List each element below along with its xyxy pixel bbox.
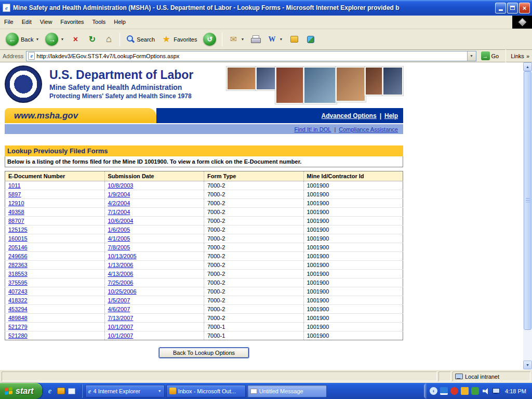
menu-item[interactable]: View: [36, 16, 57, 29]
taskbar-button-internet-explorer-group[interactable]: e 4 Internet Explorer ▼: [85, 385, 165, 397]
security-zone-pane[interactable]: Local intranet: [453, 371, 530, 381]
submission-date-link[interactable]: 10/8/2003: [108, 182, 134, 189]
submission-date-link[interactable]: 1/5/2007: [108, 297, 130, 303]
submission-date-link[interactable]: 4/1/2005: [108, 235, 130, 242]
edoc-link[interactable]: 1011: [8, 182, 21, 189]
submission-date-link[interactable]: 10/6/2004: [108, 218, 134, 224]
address-dropdown-button[interactable]: ▼: [467, 51, 476, 61]
col-header-edoc: E-Document Number: [5, 171, 105, 181]
help-link[interactable]: Help: [384, 112, 398, 119]
edit-dropdown-icon[interactable]: ▼: [279, 37, 283, 41]
back-button[interactable]: ← Back ▼: [3, 31, 42, 47]
window-titlebar[interactable]: e Mine Safety and Health Administration …: [0, 0, 532, 16]
mail-button[interactable]: ✉ ▼: [225, 33, 247, 46]
discuss-button[interactable]: [286, 33, 302, 46]
home-button[interactable]: ⌂: [101, 33, 116, 46]
tray-language-icon[interactable]: [440, 387, 448, 395]
tray-outlook-reminder-icon[interactable]: [461, 387, 469, 395]
find-it-in-dol-link[interactable]: Find It! in DOL: [294, 126, 331, 132]
mail-dropdown-icon[interactable]: ▼: [241, 37, 244, 41]
submission-date-link[interactable]: 10/1/2007: [108, 324, 134, 330]
search-button[interactable]: Search: [123, 33, 157, 45]
print-button[interactable]: [248, 34, 263, 45]
edoc-link[interactable]: 282363: [8, 262, 28, 268]
submission-date-link[interactable]: 7/1/2004: [108, 209, 130, 215]
edoc-link[interactable]: 407243: [8, 288, 28, 295]
menu-item[interactable]: Help: [110, 16, 130, 29]
taskbar-button-outlook-inbox[interactable]: Inbox - Microsoft Out...: [166, 385, 246, 397]
history-button[interactable]: ↺: [201, 31, 219, 47]
quick-launch-show-desktop-icon[interactable]: [68, 387, 76, 395]
menu-item[interactable]: Tools: [88, 16, 110, 29]
quick-launch-ie-icon[interactable]: e: [46, 387, 55, 395]
table-row: 407243 10/25/2006 7000-2 1001900: [5, 287, 403, 296]
tray-security-icon[interactable]: [471, 387, 479, 395]
edoc-link[interactable]: 249656: [8, 253, 28, 259]
refresh-button[interactable]: ↻: [84, 33, 100, 46]
favorites-button[interactable]: ★ Favorites: [158, 33, 200, 46]
back-to-lookup-options-button[interactable]: Back To Lookup Options: [159, 348, 249, 358]
submission-date-link[interactable]: 10/13/2005: [108, 253, 137, 259]
edoc-link[interactable]: 205146: [8, 244, 28, 250]
minimize-button[interactable]: [495, 3, 506, 14]
edoc-link[interactable]: 521280: [8, 332, 28, 339]
clock[interactable]: 4:18 PM: [502, 388, 531, 394]
maximize-button[interactable]: [507, 3, 518, 14]
form-type-cell: 7000-2: [204, 225, 304, 234]
scrollbar-thumb[interactable]: [524, 71, 531, 330]
menu-item[interactable]: Edit: [18, 16, 36, 29]
messenger-button[interactable]: [303, 33, 318, 46]
start-button[interactable]: start: [0, 383, 42, 399]
msha-gov-tab[interactable]: www.msha.gov: [5, 108, 156, 123]
edoc-link[interactable]: 160015: [8, 235, 28, 242]
vertical-scrollbar[interactable]: ▲ ▼: [523, 62, 532, 369]
compliance-assistance-link[interactable]: Compliance Assistance: [339, 126, 398, 132]
group-dropdown-icon[interactable]: ▼: [158, 389, 162, 393]
scroll-up-button[interactable]: ▲: [523, 62, 532, 71]
address-input[interactable]: [35, 53, 467, 59]
edoc-link[interactable]: 88707: [8, 218, 24, 224]
edoc-link[interactable]: 125125: [8, 227, 28, 233]
go-button[interactable]: → Go: [479, 51, 501, 61]
edoc-link[interactable]: 418322: [8, 297, 28, 303]
edoc-link[interactable]: 12910: [8, 200, 24, 206]
submission-date-link[interactable]: 7/25/2006: [108, 280, 134, 286]
back-dropdown-icon[interactable]: ▼: [35, 37, 39, 41]
stop-button[interactable]: ×: [68, 33, 83, 46]
scroll-down-button[interactable]: ▼: [523, 361, 532, 369]
forward-dropdown-icon[interactable]: ▼: [60, 37, 64, 41]
edoc-link[interactable]: 453294: [8, 306, 28, 312]
submission-date-link[interactable]: 4/2/2004: [108, 200, 130, 206]
menu-item[interactable]: Favorites: [56, 16, 88, 29]
edoc-link[interactable]: 5897: [8, 191, 21, 197]
edoc-link[interactable]: 489848: [8, 315, 28, 321]
submission-date-link[interactable]: 7/13/2007: [108, 315, 134, 321]
quick-launch-outlook-icon[interactable]: [57, 387, 65, 395]
network-icon[interactable]: [492, 387, 500, 395]
close-button[interactable]: ×: [519, 3, 530, 14]
edoc-link[interactable]: 49358: [8, 209, 24, 215]
submission-date-link[interactable]: 1/9/2004: [108, 191, 130, 197]
links-chevron-icon[interactable]: »: [526, 53, 529, 59]
submission-date-link[interactable]: 10/1/2007: [108, 332, 134, 339]
submission-date-link[interactable]: 4/6/2007: [108, 306, 130, 312]
address-field[interactable]: e ▼: [26, 51, 476, 61]
edit-with-word-button[interactable]: W ▼: [264, 33, 285, 46]
advanced-options-link[interactable]: Advanced Options: [322, 112, 377, 119]
favorites-label: Favorites: [174, 36, 197, 43]
menu-item[interactable]: File: [0, 16, 18, 29]
taskbar-button-untitled-message[interactable]: Untitled Message: [247, 385, 327, 397]
edoc-link[interactable]: 318553: [8, 271, 28, 277]
tray-app-icon[interactable]: [450, 387, 458, 395]
edoc-link[interactable]: 375595: [8, 280, 28, 286]
edoc-link[interactable]: 521279: [8, 324, 28, 330]
tray-hide-icons-button[interactable]: ‹: [430, 387, 437, 395]
submission-date-link[interactable]: 10/25/2006: [108, 288, 137, 295]
submission-date-link[interactable]: 7/8/2005: [108, 244, 130, 250]
submission-date-link[interactable]: 4/13/2006: [108, 271, 134, 277]
forward-button[interactable]: → ▼: [43, 31, 66, 47]
volume-icon[interactable]: [482, 387, 489, 395]
links-toolbar[interactable]: Links »: [511, 53, 529, 59]
submission-date-link[interactable]: 1/6/2005: [108, 227, 130, 233]
submission-date-link[interactable]: 1/13/2006: [108, 262, 134, 268]
